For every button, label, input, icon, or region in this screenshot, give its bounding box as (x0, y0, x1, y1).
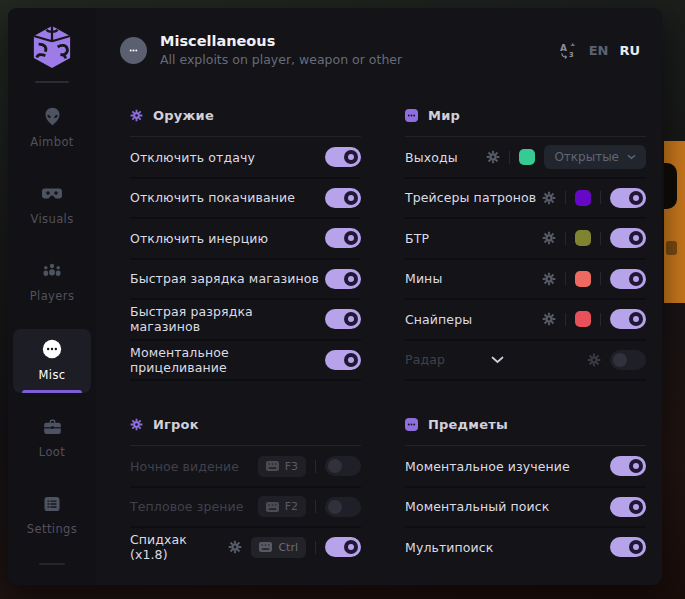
control-separator (600, 313, 601, 326)
toggle-knob (344, 150, 358, 164)
toggle-switch[interactable] (610, 269, 646, 289)
toggle-switch[interactable] (325, 188, 361, 208)
sidebar-item-visuals[interactable]: Visuals (13, 175, 91, 237)
background-shape (664, 163, 677, 209)
color-swatch[interactable] (575, 271, 591, 287)
feature-row: Мины (405, 260, 646, 301)
feature-row: Отключить отдачу (130, 138, 361, 179)
feature-row: Моментальное изучение (405, 447, 646, 488)
color-swatch[interactable] (519, 149, 535, 165)
expand-chevron-icon[interactable] (481, 356, 514, 364)
feature-label: Трейсеры патронов (405, 190, 536, 205)
feature-row: Тепловое зрение F2 (130, 488, 361, 529)
toggle-switch[interactable] (610, 309, 646, 329)
sidebar-item-label: Loot (39, 445, 65, 459)
section-title: Игрок (153, 417, 199, 432)
feature-label: Моментальное изучение (405, 459, 570, 474)
section-divider (405, 136, 646, 137)
toggle-switch[interactable] (325, 269, 361, 289)
toggle-switch[interactable] (610, 228, 646, 248)
page-header: Miscellaneous All exploits on player, we… (96, 8, 662, 92)
toggle-switch[interactable] (610, 537, 646, 557)
active-tab-indicator (22, 390, 82, 393)
feature-row: Ночное видение F3 (130, 447, 361, 488)
control-separator (315, 500, 316, 513)
toggle-switch[interactable] (610, 188, 646, 208)
toggle-knob (629, 312, 643, 326)
toggle-switch[interactable] (610, 350, 646, 370)
sidebar-item-loot[interactable]: Loot (13, 408, 91, 470)
toggle-knob (629, 459, 643, 473)
control-separator (600, 272, 601, 285)
feature-label: Тепловое зрение (130, 499, 244, 514)
players-icon (41, 261, 63, 281)
ellipsis-icon (41, 338, 63, 360)
control-separator (509, 151, 510, 164)
color-swatch[interactable] (575, 230, 591, 246)
hotkey-badge[interactable]: Ctrl (251, 537, 306, 558)
toggle-knob (629, 500, 643, 514)
section-title: Предметы (428, 417, 508, 432)
left-column: Оружие Отключить отдачу Отключить покачи… (130, 92, 361, 567)
sidebar-divider (35, 81, 69, 83)
lang-ru-button[interactable]: RU (619, 43, 640, 58)
settings-list-icon (42, 494, 62, 514)
toggle-switch[interactable] (610, 456, 646, 476)
toggle-knob (344, 312, 358, 326)
toggle-switch[interactable] (325, 228, 361, 248)
feature-label: Отключить отдачу (130, 150, 255, 165)
desktop-background-fragment (664, 141, 685, 303)
sidebar-item-players[interactable]: Players (13, 252, 91, 314)
feature-label: Моментальный поиск (405, 499, 549, 514)
section-title: Оружие (153, 108, 214, 123)
gear-icon[interactable] (542, 312, 556, 326)
sidebar-nav: Aimbot Visuals Players (8, 97, 96, 547)
sidebar-item-aimbot[interactable]: Aimbot (13, 97, 91, 160)
toggle-knob (613, 353, 627, 367)
control-separator (315, 541, 316, 554)
badge-dots-icon (405, 418, 418, 431)
lang-en-button[interactable]: EN (589, 43, 609, 58)
feature-row: Спидхак (x1.8) Ctrl (130, 528, 361, 567)
exits-dropdown[interactable]: Открытые (544, 145, 646, 169)
gear-icon[interactable] (542, 272, 556, 286)
toggle-knob (344, 540, 358, 554)
gear-icon[interactable] (228, 540, 242, 554)
feature-label: Снайперы (405, 312, 472, 327)
toggle-switch[interactable] (325, 537, 361, 557)
toggle-switch[interactable] (325, 309, 361, 329)
toggle-switch[interactable] (610, 497, 646, 517)
hotkey-badge[interactable]: F3 (258, 456, 306, 477)
toggle-switch[interactable] (325, 497, 361, 517)
toggle-knob (629, 231, 643, 245)
gear-icon[interactable] (587, 353, 601, 367)
color-swatch[interactable] (575, 311, 591, 327)
section-title: Мир (428, 108, 460, 123)
keyboard-icon (266, 461, 279, 471)
gear-icon (130, 109, 143, 122)
sidebar-item-settings[interactable]: Settings (13, 485, 91, 547)
briefcase-icon (42, 417, 63, 437)
feature-row: Отключить инерцию (130, 219, 361, 260)
feature-row: Быстрая разрядка магазинов (130, 300, 361, 341)
gear-icon[interactable] (486, 150, 500, 164)
color-swatch[interactable] (575, 190, 591, 206)
app-window: Aimbot Visuals Players (8, 8, 662, 585)
gear-icon[interactable] (542, 191, 556, 205)
gear-icon[interactable] (542, 231, 556, 245)
dropdown-value: Открытые (554, 150, 619, 164)
cube-logo-icon (31, 24, 73, 70)
toggle-switch[interactable] (325, 456, 361, 476)
toggle-switch[interactable] (325, 147, 361, 167)
control-separator (565, 232, 566, 245)
hotkey-badge[interactable]: F2 (258, 496, 306, 517)
translate-icon: A з (559, 42, 578, 59)
toggle-switch[interactable] (325, 350, 361, 370)
sidebar-item-label: Settings (27, 522, 77, 536)
ellipsis-circle-icon (120, 37, 147, 64)
sidebar-item-misc[interactable]: Misc (13, 329, 91, 393)
feature-row: Быстрая зарядка магазинов (130, 260, 361, 301)
feature-label: Мультипоиск (405, 540, 493, 555)
feature-label: Отключить покачивание (130, 190, 295, 205)
hotkey-label: F2 (285, 500, 298, 513)
